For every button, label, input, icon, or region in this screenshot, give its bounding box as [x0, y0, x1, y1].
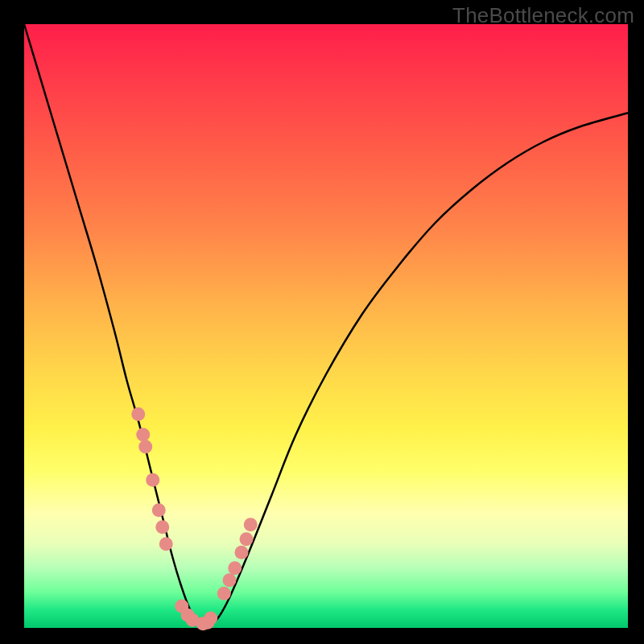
data-point: [228, 561, 242, 575]
data-point: [240, 532, 254, 546]
data-point: [235, 546, 249, 559]
data-point: [204, 612, 217, 625]
data-point: [159, 537, 173, 551]
bottleneck-curve: [24, 24, 628, 625]
data-point: [152, 503, 166, 517]
plot-area: [24, 24, 628, 628]
data-point: [244, 518, 258, 531]
data-point: [223, 573, 237, 587]
data-point: [155, 520, 169, 534]
chart-frame: TheBottleneck.com: [0, 0, 644, 644]
data-point: [217, 587, 231, 601]
data-point: [138, 440, 152, 454]
data-point: [146, 473, 159, 487]
data-point: [136, 428, 150, 442]
curve-layer: [24, 24, 628, 628]
data-points: [131, 407, 258, 630]
data-point: [131, 407, 145, 421]
